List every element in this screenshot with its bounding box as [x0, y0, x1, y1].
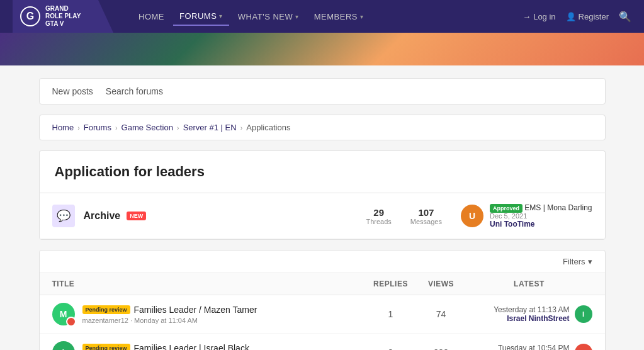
breadcrumb-sep: ›	[77, 124, 80, 132]
new-posts-link[interactable]: New posts	[52, 86, 93, 96]
threads-stat: 29 Threads	[366, 207, 391, 225]
thread-latest-info: Tuesday at 10:54 PM Paps Junior	[498, 344, 570, 350]
table-row: M Pending review Families Leader / Mazen…	[40, 295, 605, 334]
avatar-overlay	[66, 317, 76, 327]
nav-whats-new[interactable]: WHAT'S NEW ▾	[232, 8, 305, 25]
main-content: New posts Search forums Home › Forums › …	[39, 65, 606, 350]
forum-latest: U Approved EMS | Mona Darling Dec 5, 202…	[461, 203, 592, 229]
thread-avatar: M	[52, 303, 75, 325]
login-icon: →	[523, 12, 531, 21]
thread-latest-avatar: I	[575, 305, 592, 323]
chevron-down-icon: ▾	[219, 13, 223, 20]
thread-author[interactable]: mazentamer12	[82, 317, 128, 324]
breadcrumb-home[interactable]: Home	[52, 123, 74, 132]
threads-section: Filters ▾ Title Replies Views Latest M P…	[39, 250, 606, 350]
thread-content: Pending review Families Leader | Israel …	[82, 343, 366, 351]
new-badge: NEW	[127, 212, 146, 220]
nav-forums[interactable]: FORUMS ▾	[173, 8, 229, 26]
main-nav: HOME FORUMS ▾ WHAT'S NEW ▾ MEMBERS ▾	[132, 8, 523, 26]
thread-title[interactable]: Families Leader | Israel Black	[134, 343, 249, 351]
breadcrumb-game-section[interactable]: Game Section	[121, 123, 173, 132]
actions-bar: New posts Search forums	[39, 78, 606, 104]
search-forums-link[interactable]: Search forums	[106, 86, 163, 96]
breadcrumb-wrap: Home › Forums › Game Section › Server #1…	[39, 115, 606, 140]
breadcrumb-current: Applications	[246, 123, 290, 132]
chevron-down-icon: ▾	[588, 257, 592, 266]
thread-latest-avatar: P	[575, 344, 592, 350]
thread-content: Pending review Families Leader / Mazen T…	[82, 305, 366, 324]
table-row: I Pending review Families Leader | Israe…	[40, 334, 605, 350]
col-latest-header: Latest	[466, 279, 592, 288]
archive-row: 💬 Archive NEW 29 Threads 107 Messages U	[40, 193, 605, 239]
thread-replies: 8	[366, 347, 416, 350]
thread-latest-user[interactable]: Israel NinthStreet	[494, 314, 569, 323]
thread-avatar: I	[52, 341, 75, 350]
latest-user[interactable]: Uni TooTime	[490, 220, 592, 229]
login-button[interactable]: → Log in	[523, 12, 555, 21]
chevron-down-icon: ▾	[295, 13, 299, 20]
page-title-wrap: Application for leaders	[39, 150, 606, 193]
forum-section: 💬 Archive NEW 29 Threads 107 Messages U	[39, 193, 606, 240]
logo-text: Grand Role Play GTA V	[45, 5, 81, 28]
latest-info: Approved EMS | Mona Darling Dec 5, 2021 …	[490, 203, 592, 229]
thread-latest: Tuesday at 10:54 PM Paps Junior P	[466, 344, 592, 350]
register-icon: 👤	[566, 12, 576, 21]
breadcrumb-server[interactable]: Server #1 | EN	[183, 123, 237, 132]
thread-meta: mazentamer12 · Monday at 11:04 AM	[82, 317, 366, 324]
thread-views: 222	[416, 347, 466, 350]
threads-count: 29	[366, 207, 391, 218]
latest-title-text[interactable]: EMS | Mona Darling	[524, 203, 592, 212]
thread-title-line: Pending review Families Leader | Israel …	[82, 343, 366, 351]
breadcrumb-sep: ›	[177, 124, 179, 132]
latest-avatar: U	[461, 205, 483, 227]
breadcrumb-sep: ›	[115, 124, 118, 132]
nav-home[interactable]: HOME	[132, 8, 171, 25]
filters-button[interactable]: Filters ▾	[563, 257, 592, 266]
thread-views: 74	[416, 309, 466, 319]
table-header: Title Replies Views Latest	[40, 273, 605, 295]
latest-date: Dec 5, 2021	[490, 212, 592, 220]
thread-replies: 1	[366, 309, 416, 319]
site-header: G Grand Role Play GTA V HOME FORUMS ▾ WH…	[0, 0, 644, 33]
messages-label: Messages	[410, 218, 442, 225]
messages-count: 107	[410, 207, 442, 218]
thread-latest-time: Yesterday at 11:13 AM	[494, 305, 569, 314]
logo-area[interactable]: G Grand Role Play GTA V	[13, 0, 113, 33]
col-title-header: Title	[52, 279, 366, 288]
breadcrumb-sep: ›	[240, 124, 243, 132]
thread-title-line: Pending review Families Leader / Mazen T…	[82, 305, 366, 315]
banner	[0, 33, 644, 65]
forum-stats: 29 Threads 107 Messages	[366, 207, 442, 225]
header-right: → Log in 👤 Register 🔍	[523, 11, 631, 23]
threads-label: Threads	[366, 218, 391, 225]
logo-icon: G	[20, 6, 40, 26]
thread-latest-time: Tuesday at 10:54 PM	[498, 344, 570, 350]
col-views-header: Views	[416, 279, 466, 288]
breadcrumb-forums[interactable]: Forums	[84, 123, 111, 132]
thread-latest-info: Yesterday at 11:13 AM Israel NinthStreet	[494, 305, 569, 323]
thread-title[interactable]: Families Leader / Mazen Tamer	[134, 305, 257, 315]
archive-name[interactable]: Archive	[84, 210, 121, 222]
thread-latest: Yesterday at 11:13 AM Israel NinthStreet…	[466, 305, 592, 323]
nav-members[interactable]: MEMBERS ▾	[308, 8, 370, 25]
threads-list: M Pending review Families Leader / Mazen…	[40, 295, 605, 350]
page-title: Application for leaders	[55, 164, 590, 180]
breadcrumb: Home › Forums › Game Section › Server #1…	[52, 123, 592, 132]
thread-date: Monday at 11:04 AM	[134, 317, 198, 324]
pending-badge: Pending review	[82, 305, 130, 314]
col-replies-header: Replies	[366, 279, 416, 288]
search-icon[interactable]: 🔍	[619, 11, 631, 23]
thread-latest-row: Tuesday at 10:54 PM Paps Junior P	[466, 344, 592, 350]
thread-latest-row: Yesterday at 11:13 AM Israel NinthStreet…	[466, 305, 592, 323]
messages-stat: 107 Messages	[410, 207, 442, 225]
forum-icon-area: 💬	[52, 205, 75, 227]
archive-icon: 💬	[52, 205, 75, 227]
forum-info: Archive NEW	[84, 210, 347, 222]
register-button[interactable]: 👤 Register	[566, 12, 609, 21]
chevron-down-icon: ▾	[360, 13, 364, 20]
pending-badge: Pending review	[82, 344, 130, 351]
threads-header: Filters ▾	[40, 251, 605, 273]
approved-badge: Approved	[490, 204, 523, 213]
